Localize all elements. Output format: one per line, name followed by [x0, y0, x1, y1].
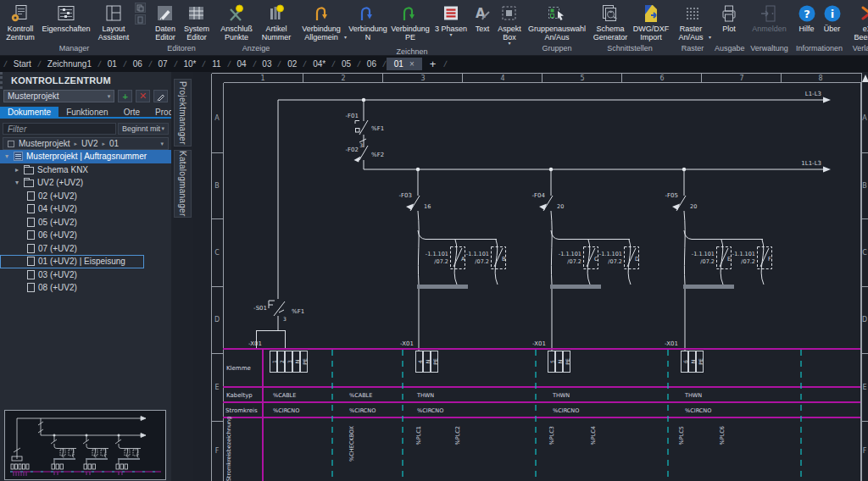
ribbon-group-informationen: ? Hilfe i Über Informationen — [794, 1, 845, 55]
doc-tab[interactable]: 05 — [336, 58, 357, 70]
ribbon-group-schnittstellen: Schema Generator DWG/DXF Import Schnitts… — [589, 1, 670, 55]
group-label-editoren: Editoren — [150, 42, 213, 55]
breadcrumb-item[interactable]: 01 — [109, 139, 119, 148]
svg-text:-1.1.101: -1.1.101 — [466, 251, 489, 257]
doc-tab[interactable]: 06 — [361, 58, 382, 70]
svg-text:%CABLE: %CABLE — [349, 392, 372, 399]
tree-doc-item[interactable]: 03 (+UV2) — [0, 268, 171, 282]
tree-folder-schema-knx[interactable]: ▸ Schema KNX — [0, 163, 171, 177]
gruppenauswahl-button[interactable]: Gruppenauswahl An/Aus — [528, 1, 586, 41]
svg-text:%F1: %F1 — [371, 125, 384, 132]
svg-text:L1-L3: L1-L3 — [805, 91, 821, 97]
text-button[interactable]: A Text — [470, 1, 494, 33]
doc-tab-active[interactable]: 01× — [387, 58, 422, 70]
project-select[interactable]: Musterprojekt▾ — [3, 90, 114, 102]
drei-phasen-button[interactable]: 3 Phasen ▾ — [431, 1, 470, 37]
terminal-group-1[interactable]: -X01 1 2 3 N PE — [248, 340, 307, 373]
breaker-f01[interactable]: -F01 %F1 3 — [346, 100, 385, 148]
doc-tab[interactable]: 10* — [177, 58, 202, 70]
svg-text:THWN: THWN — [684, 392, 702, 399]
panel-tabs: Dokumente Funktionen Orte Produkte — [0, 107, 171, 119]
svg-text:%PLC1: %PLC1 — [415, 426, 422, 445]
terminal-group-4[interactable]: -X01 6 N PE — [665, 340, 703, 373]
open-folder-icon — [24, 180, 34, 187]
tree-doc-item[interactable]: 08 (+UV2) — [0, 281, 171, 295]
match-mode-select[interactable]: Beginnt mit▾ — [118, 123, 169, 135]
doc-tab[interactable]: 04 — [231, 58, 252, 70]
svg-text:A: A — [461, 256, 465, 263]
doc-tab[interactable]: 07 — [153, 58, 174, 70]
daten-editor-button[interactable]: Daten Editor — [150, 1, 181, 41]
feeder-f05[interactable]: -F05 20 -1.1.101 /07.2 E -1.1.101 /07.2 … — [665, 169, 772, 351]
verbindung-n-button[interactable]: Verbindung N — [347, 1, 389, 41]
svg-text:E: E — [862, 384, 866, 391]
verbindung-allgemein-button[interactable]: Verbindung Allgemein▾ — [299, 1, 347, 41]
drawing-preview-thumbnail[interactable] — [4, 410, 166, 480]
exs-beenden-button[interactable]: eXs Beenden — [849, 1, 868, 41]
artikel-nummer-button[interactable]: Artikel Nummer — [257, 1, 296, 41]
expander-icon[interactable]: ▸ — [14, 166, 20, 174]
system-editor-button[interactable]: System Editor — [181, 1, 213, 41]
svg-text:3: 3 — [359, 142, 363, 148]
doc-tab[interactable]: 11 — [206, 58, 226, 70]
filter-input[interactable] — [3, 123, 116, 135]
tab-katalogmanager[interactable]: Katalogmanager — [174, 150, 192, 218]
doc-tab-zeichnung1[interactable]: Zeichnung1 — [42, 58, 97, 70]
raster-an-aus-button[interactable]: Raster An/Aus▾ — [674, 1, 711, 41]
breadcrumb-item[interactable]: Musterprojekt — [19, 139, 70, 148]
svg-text:PE: PE — [432, 358, 438, 365]
mini-page-button[interactable] — [135, 14, 146, 25]
ueber-button[interactable]: i Über — [820, 1, 845, 33]
mini-page-copy-button[interactable] — [135, 3, 146, 13]
doc-tab[interactable]: 03 — [256, 58, 277, 70]
verbindung-pe-button[interactable]: Verbindung PE — [389, 1, 431, 41]
dwg-dxf-import-button[interactable]: DWG/DXF Import — [632, 1, 670, 41]
terminal-group-3[interactable]: -X01 5 N PE — [532, 340, 570, 373]
doc-tab[interactable]: 01 — [102, 58, 123, 70]
tree-doc-item-active[interactable]: 01 (+UV2) | Eispeisung — [0, 255, 144, 268]
tree-folder-uv2[interactable]: ▾ UV2 (+UV2) — [0, 176, 171, 190]
breadcrumb-checkbox[interactable] — [8, 141, 14, 147]
tree-root-item[interactable]: ▾ Musterprojekt | Auftragsnummer — [0, 150, 171, 163]
expander-icon[interactable]: ▾ — [14, 179, 20, 186]
delete-project-button[interactable]: ✕ — [136, 90, 150, 102]
panel-title: KONTROLLZENTRUM — [0, 72, 171, 89]
hilfe-button[interactable]: ? Hilfe — [794, 1, 820, 33]
expander-icon[interactable]: ▾ — [3, 152, 10, 160]
tree-doc-item[interactable]: 07 (+UV2) — [0, 242, 171, 256]
add-tab-button[interactable]: + — [422, 58, 444, 70]
tree-doc-item[interactable]: 04 (+UV2) — [0, 202, 171, 216]
plot-button[interactable]: Plot — [715, 1, 743, 33]
breadcrumb-item[interactable]: UV2 — [81, 139, 97, 148]
tree-doc-item[interactable]: 02 (+UV2) — [0, 190, 171, 203]
aspekt-box-button[interactable]: Aspekt Box ▾ — [494, 1, 525, 46]
doc-tab[interactable]: 06 — [127, 58, 148, 70]
tab-orte[interactable]: Orte — [116, 107, 147, 117]
svg-text:-1.1.101: -1.1.101 — [732, 251, 755, 257]
tab-projektmanager[interactable]: Projektmanager — [174, 79, 192, 147]
tab-funktionen[interactable]: Funktionen — [58, 107, 115, 117]
plc-bar — [417, 285, 468, 289]
schema-generator-button[interactable]: Schema Generator — [589, 1, 632, 41]
doc-tab[interactable]: 04* — [307, 58, 331, 70]
feeder-f03[interactable]: -F03 16 -1.1.101 /07.2 A -1.1.101 /07.2 … — [399, 169, 506, 351]
kontroll-zentrum-button[interactable]: Kontroll Zentrum — [2, 1, 39, 41]
drawing-canvas[interactable]: 12345678 ABCDEF ABCDEF L1-L3 1L1-L3 — [193, 72, 868, 481]
svg-text:i: i — [830, 7, 833, 19]
close-tab-icon[interactable]: × — [409, 59, 415, 69]
svg-text:4: 4 — [500, 75, 504, 82]
doc-tab[interactable]: 02 — [281, 58, 303, 70]
eigenschaften-button[interactable]: Eigenschaften — [39, 1, 93, 33]
schematic-drawing: 12345678 ABCDEF ABCDEF L1-L3 1L1-L3 — [193, 72, 868, 481]
document-icon — [27, 230, 35, 240]
tab-dokumente[interactable]: Dokumente — [0, 107, 58, 117]
doc-tab-start[interactable]: Start — [8, 58, 37, 70]
anschluss-punkte-button[interactable]: Anschluß Punkte — [216, 1, 257, 41]
add-project-button[interactable]: + — [118, 90, 132, 102]
feeder-f04[interactable]: -F04 20 -1.1.101 /07.2 C -1.1.101 /07.2 … — [532, 169, 639, 351]
tree-doc-item[interactable]: 06 (+UV2) — [0, 229, 171, 242]
edit-project-button[interactable] — [153, 90, 168, 102]
tree-doc-item[interactable]: 05 (+UV2) — [0, 216, 171, 229]
layout-assistent-button[interactable]: Layout Assistent — [93, 1, 134, 41]
svg-text:A: A — [862, 114, 867, 122]
